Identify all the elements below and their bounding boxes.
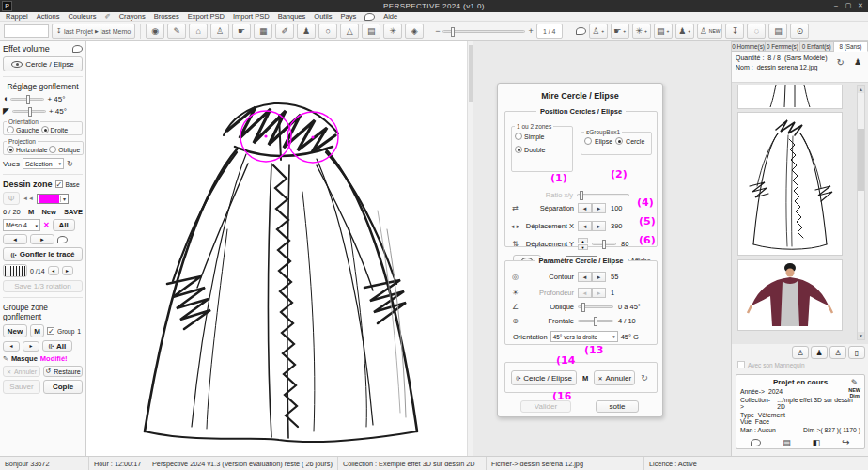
rotation-prev-button[interactable]: ◄: [48, 266, 59, 275]
oblique-radio[interactable]: [49, 146, 56, 153]
menu-aide[interactable]: Aide: [383, 12, 397, 21]
zoom-slider[interactable]: [442, 30, 525, 33]
avec-mannequin-checkbox[interactable]: [737, 361, 745, 368]
print-tool-icon[interactable]: ▤: [768, 24, 787, 39]
simple-radio[interactable]: [515, 133, 522, 140]
menu-rappel[interactable]: Rappel: [6, 12, 28, 21]
deplacement-y-up-button[interactable]: ▲: [578, 238, 588, 243]
ratio-thumb[interactable]: [580, 191, 583, 200]
menu-export-psd[interactable]: Export PSD: [188, 12, 225, 21]
deplacement-x-inc-button[interactable]: ►: [592, 221, 606, 231]
rotation-next-button[interactable]: ►: [62, 266, 73, 275]
project-bubble-icon[interactable]: [751, 439, 761, 446]
scrollbar-thumb[interactable]: [858, 129, 864, 191]
tool-brush-icon[interactable]: ✐: [275, 24, 294, 39]
refresh-icon[interactable]: ↻: [67, 160, 73, 168]
deplacement-y-thumb[interactable]: [602, 240, 606, 249]
tool-triangle-icon[interactable]: △: [340, 24, 359, 39]
microphone-button[interactable]: Ψ: [3, 192, 20, 205]
zoom-out-icon[interactable]: −: [435, 26, 440, 36]
quick-input[interactable]: [4, 24, 49, 38]
separation-inc-button[interactable]: ►: [592, 203, 606, 213]
zoom-slider-thumb[interactable]: [451, 27, 455, 37]
menu-brosses[interactable]: Brosses: [154, 12, 179, 21]
help-bubble-icon[interactable]: [72, 45, 83, 53]
mannequin-frame-button[interactable]: ▯: [848, 346, 865, 359]
add-hand-icon[interactable]: ☛+: [611, 24, 629, 39]
drawing-canvas[interactable]: [86, 41, 467, 456]
last-project-button[interactable]: ↧ last Projet ▶ last Memo: [52, 24, 135, 39]
prev-zone-button[interactable]: ◄: [3, 234, 27, 244]
mannequin-figure-button[interactable]: ♟: [811, 346, 828, 359]
pencil-icon[interactable]: ✎: [851, 378, 859, 387]
chat-bubble-icon[interactable]: [364, 13, 375, 21]
thumbnail-list[interactable]: ▲ ▼: [732, 83, 868, 344]
menu-import-psd[interactable]: Import PSD: [233, 12, 270, 21]
tab-femmes[interactable]: 0 Femme(s): [766, 41, 799, 52]
maximize-button[interactable]: ▢: [843, 1, 854, 10]
rewind-icon[interactable]: ◄◄: [23, 196, 34, 201]
tool-person-icon[interactable]: ♙: [210, 24, 229, 39]
m-label[interactable]: M: [28, 208, 34, 216]
menu-actions[interactable]: Actions: [37, 12, 60, 21]
close-button[interactable]: ✕: [855, 1, 866, 10]
menu-outils[interactable]: Outils: [314, 12, 332, 21]
tool-diamond-icon[interactable]: ◈: [405, 24, 424, 39]
dialog-refresh-icon[interactable]: ↻: [641, 373, 648, 383]
tool-hand-icon[interactable]: ☛: [232, 24, 251, 39]
thumbnail-partial[interactable]: [737, 85, 843, 109]
copie-button[interactable]: Copie: [43, 380, 83, 394]
horizontale-radio[interactable]: [7, 146, 14, 153]
all-button[interactable]: All: [53, 219, 75, 231]
menu-pays[interactable]: Pays: [340, 12, 356, 21]
ratio-slider[interactable]: [577, 194, 629, 196]
download-tool-icon[interactable]: ↧: [725, 24, 744, 39]
vues-select[interactable]: Sélection ▾: [23, 158, 64, 169]
add-star-icon[interactable]: ✳+: [632, 24, 651, 39]
scroll-down-icon[interactable]: ▼: [858, 332, 864, 339]
tab-sans[interactable]: 8 (Sans): [834, 41, 868, 52]
new-person-button[interactable]: ♙NEW: [697, 24, 723, 39]
add-person-icon[interactable]: ♙+: [589, 24, 608, 39]
group-checkbox[interactable]: ✓: [47, 327, 54, 335]
gauche-radio[interactable]: [7, 126, 14, 133]
gonfler-trace-button[interactable]: ((• Gonfler le tracé: [3, 247, 83, 261]
contrast-icon[interactable]: ◧: [813, 438, 821, 447]
export-icon[interactable]: ↪: [842, 437, 849, 447]
tool-home-icon[interactable]: ⌂: [189, 24, 208, 39]
deplacement-y-down-button[interactable]: ▼: [578, 244, 588, 250]
separation-dec-button[interactable]: ◄: [578, 203, 592, 213]
mannequin-bust-button[interactable]: ♙: [792, 346, 809, 359]
apply-cercle-elipse-button[interactable]: ((• Cercle / Elipse: [511, 370, 577, 385]
deplacement-x-dec-button[interactable]: ◄: [578, 221, 592, 231]
tool-flower-icon[interactable]: ✳: [383, 24, 402, 39]
crowd-icon[interactable]: ♟: [854, 57, 861, 67]
save-rotation-button[interactable]: Save 1/3 rotation: [3, 280, 83, 292]
tab-enfants[interactable]: 0 Enfant(s): [800, 41, 834, 52]
eye-tool-icon[interactable]: ⊙: [790, 24, 809, 39]
lasso-tool-icon[interactable]: ◌: [747, 24, 766, 39]
zone-bubble-icon[interactable]: [57, 236, 68, 243]
group-next-button[interactable]: ►: [23, 341, 39, 352]
delete-zone-icon[interactable]: ✕: [43, 221, 50, 229]
tool-document-icon[interactable]: ▤: [362, 24, 380, 39]
thumbnail-model[interactable]: [737, 259, 843, 331]
new-label[interactable]: New: [41, 208, 55, 216]
tool-view-icon[interactable]: ◉: [146, 24, 164, 39]
next-zone-button[interactable]: ►: [30, 234, 54, 244]
zoom-in-icon[interactable]: +: [528, 26, 533, 36]
profondeur-inc-button[interactable]: ►: [592, 288, 606, 298]
group-prev-button[interactable]: ◄: [3, 341, 20, 352]
rotation-button[interactable]: [3, 264, 27, 277]
menu-crayons[interactable]: Crayons: [119, 12, 146, 21]
tab-hommes[interactable]: 0 Homme(s): [732, 41, 766, 52]
base-checkbox[interactable]: ✓: [55, 180, 63, 188]
sauver-button[interactable]: Sauver: [3, 380, 40, 394]
oblique-thumb[interactable]: [581, 303, 585, 312]
group-new-button[interactable]: New: [3, 324, 27, 337]
meso-select[interactable]: Méso 4 ▾: [3, 219, 40, 231]
toolbar-bubble-icon[interactable]: [576, 27, 586, 35]
dialog-annuler-button[interactable]: ✕ Annuler: [594, 370, 635, 385]
attach-icon[interactable]: ✐: [104, 12, 110, 21]
angle1-thumb[interactable]: [26, 95, 30, 104]
